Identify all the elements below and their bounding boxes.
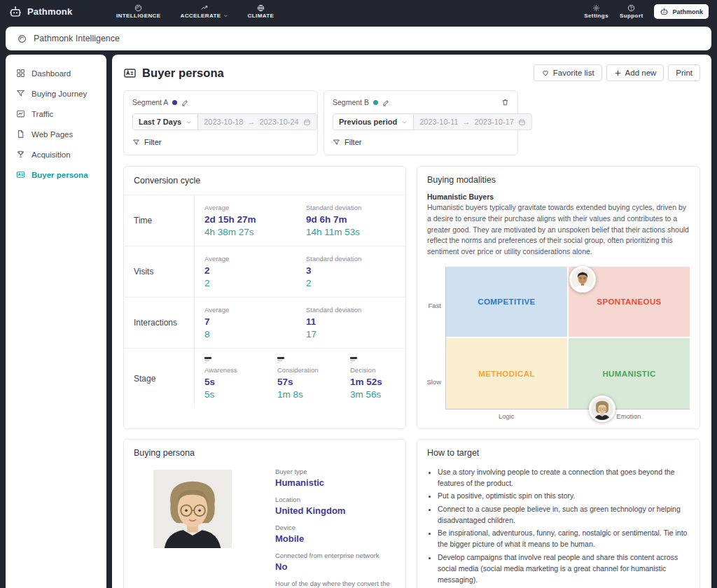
modality-heading: Humanistic Buyers: [427, 192, 690, 201]
segment-b-filter-button[interactable]: Filter: [333, 138, 509, 146]
breadcrumb-label: Pathmonk Intelligence: [34, 34, 120, 43]
std-header: Standard deviation: [306, 306, 408, 314]
brand[interactable]: Pathmonk: [8, 5, 98, 19]
pathmonk-logo-icon: [8, 5, 22, 19]
support-button[interactable]: Support: [620, 4, 643, 19]
gear-icon: [592, 4, 600, 12]
arrow-right-icon: →: [463, 118, 471, 126]
how-to-target-card: How to target Use a story involving peop…: [417, 439, 700, 588]
main-panel: Buyer persona Favorite list Add new Prin…: [112, 55, 711, 588]
intelligence-crumb-icon: [18, 34, 27, 43]
quadrant-humanistic: HUMANISTIC: [569, 338, 690, 409]
modalities-quadrant-chart: Fast Slow COMPETITIVE SPONTANEOUS METHOD…: [427, 267, 690, 420]
row-label: Visits: [124, 246, 195, 297]
favorite-list-button[interactable]: Favorite list: [534, 64, 602, 81]
stage-header: Consideration: [277, 366, 350, 374]
persona-field: Hour of the day where they convert the m…: [275, 580, 396, 588]
delete-trash-icon[interactable]: [501, 98, 509, 106]
nav-intelligence[interactable]: INTELLIGENCE: [116, 4, 160, 19]
female-persona-avatar[interactable]: [589, 396, 615, 422]
pathmonk-account-button[interactable]: Pathmonk: [654, 4, 709, 19]
nav-accelerate[interactable]: ACCELERATE: [180, 4, 228, 19]
filter-funnel-icon: [333, 139, 340, 146]
persona-photo: [153, 468, 232, 550]
print-button[interactable]: Print: [668, 64, 700, 81]
segment-b-filter-label: Filter: [344, 138, 361, 146]
arrow-right-icon: →: [247, 118, 255, 126]
targeting-tips-list: Use a story involving people to create a…: [427, 466, 690, 586]
avg-header: Average: [204, 204, 306, 211]
segment-a-filter-label: Filter: [144, 138, 161, 146]
segment-b-period-select[interactable]: Previous period: [333, 113, 414, 130]
segment-a-value: 57s: [277, 377, 350, 387]
nav-climate-label: CLIMATE: [248, 13, 274, 19]
x-axis-right-label: Emotion: [568, 412, 690, 420]
sidebar-item-label: Web Pages: [32, 130, 73, 139]
document-icon: [16, 130, 25, 139]
segment-a-filter-button[interactable]: Filter: [132, 138, 309, 146]
settings-button[interactable]: Settings: [584, 4, 608, 19]
breadcrumb: Pathmonk Intelligence: [6, 27, 711, 50]
segment-a-period-select[interactable]: Last 7 Days: [132, 113, 198, 130]
table-row: Visits Average 2 2 Standard deviation 3 …: [124, 246, 405, 298]
segment-b-value: 5s: [204, 389, 277, 400]
segment-a-card: Segment A Last 7 Days 2023-10-18 → 2023-…: [123, 90, 318, 155]
sidebar-item-web-pages[interactable]: Web Pages: [6, 124, 106, 144]
stage-header: Decision: [350, 366, 423, 374]
y-axis-top-label: Fast: [429, 301, 441, 309]
segment-b-card: Segment B Previous period 2023-10-11 → 2…: [323, 90, 518, 155]
conversion-cycle-card: Conversion cycle Time Average 2d 15h 27m…: [123, 166, 406, 429]
add-new-button[interactable]: Add new: [606, 64, 664, 81]
list-item: Use a story involving people to create a…: [438, 466, 690, 489]
segment-b-date-to: 2023-10-17: [475, 118, 514, 126]
segment-b-value: 2: [204, 278, 306, 288]
segment-b-value: 2: [306, 278, 408, 288]
sidebar-item-dashboard[interactable]: Dashboard: [6, 63, 106, 83]
segment-a-name: Segment A: [132, 98, 168, 106]
segment-a-value: 3: [306, 265, 408, 276]
top-navbar: Pathmonk INTELLIGENCE ACCELERATE CLIMATE…: [0, 0, 717, 23]
segment-a-value: 2d 15h 27m: [204, 214, 306, 225]
table-row-stage: Stage Awareness 5s 5s Consideration 57s: [124, 349, 405, 408]
sidebar-item-label: Dashboard: [32, 69, 71, 78]
quadrant-methodical: METHODICAL: [446, 338, 567, 409]
brand-name: Pathmonk: [27, 6, 72, 17]
segment-a-value: 9d 6h 7m: [306, 214, 408, 225]
x-axis-left-label: Logic: [445, 412, 568, 420]
avg-header: Average: [204, 306, 306, 314]
list-item: Develop campaigns that involve real peop…: [438, 552, 690, 586]
stage-funnel-icon: [277, 357, 350, 363]
stage-funnel-icon: [204, 357, 277, 363]
sidebar-item-label: Acquisition: [32, 150, 71, 159]
trophy-icon: [16, 150, 25, 159]
sidebar-item-acquisition[interactable]: Acquisition: [6, 144, 106, 164]
nav-accelerate-label: ACCELERATE: [180, 13, 221, 19]
filter-funnel-icon: [132, 139, 140, 146]
sidebar-item-buyer-persona[interactable]: Buyer persona: [6, 164, 106, 185]
edit-pencil-icon[interactable]: [181, 99, 189, 106]
buying-persona-card: Buying persona Buyer type Humanistic Loc…: [123, 439, 406, 588]
edit-pencil-icon[interactable]: [382, 99, 390, 106]
funnel-icon: [16, 89, 25, 98]
chevron-down-icon: [186, 119, 192, 125]
male-persona-avatar[interactable]: [569, 266, 596, 293]
list-item: Connect to a cause people believe in, su…: [438, 503, 690, 526]
traffic-chart-icon: [16, 109, 25, 118]
quadrant-competitive: COMPETITIVE: [446, 267, 567, 337]
stage-funnel-icon: [350, 357, 423, 363]
segment-a-value: 11: [306, 316, 408, 327]
sidebar-item-buying-journey[interactable]: Buying Journey: [6, 83, 106, 104]
nav-climate[interactable]: CLIMATE: [248, 4, 274, 19]
conversion-cycle-title: Conversion cycle: [124, 167, 405, 195]
sidebar-item-traffic[interactable]: Traffic: [6, 104, 106, 124]
segment-b-period-value: Previous period: [339, 118, 397, 126]
calendar-icon: [303, 118, 311, 126]
row-label: Stage: [124, 349, 195, 408]
sidebar-item-label: Buying Journey: [32, 90, 87, 98]
segment-b-date-range[interactable]: 2023-10-11 → 2023-10-17: [414, 113, 532, 130]
segment-b-value: 14h 11m 53s: [306, 227, 408, 237]
segment-a-color-dot: [172, 100, 177, 105]
settings-label: Settings: [584, 13, 608, 19]
support-label: Support: [620, 13, 643, 19]
segment-a-date-range[interactable]: 2023-10-18 → 2023-10-24: [198, 113, 317, 130]
